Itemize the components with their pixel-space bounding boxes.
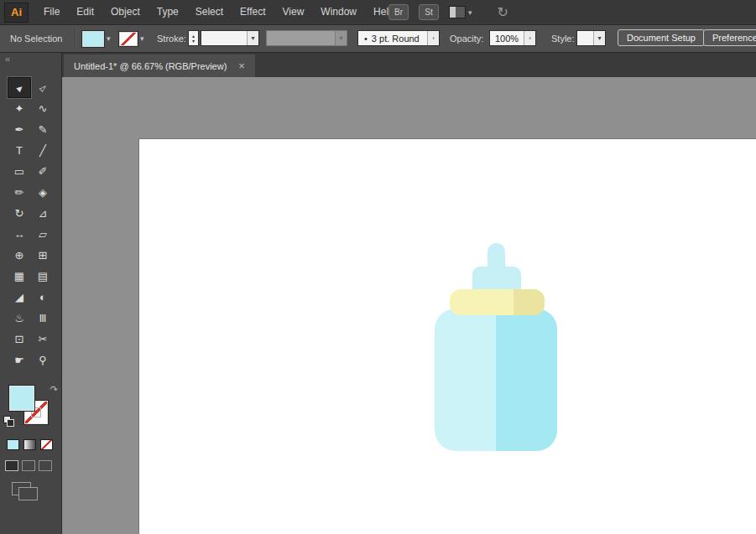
tool-pencil[interactable]: ✏ xyxy=(8,182,31,203)
workspace-switcher[interactable]: ▾ xyxy=(449,6,472,18)
control-bar: No Selection ▾ ▾ Stroke: ▴ ▾ ▾ ▾ • 3 pt.… xyxy=(0,24,756,53)
draw-normal-button[interactable] xyxy=(5,460,18,471)
chevron-right-icon[interactable]: › xyxy=(524,31,535,45)
menu-window[interactable]: Window xyxy=(312,0,365,24)
stroke-label: Stroke: xyxy=(157,34,186,44)
selection-status: No Selection xyxy=(10,34,62,44)
chevron-down-icon: ▾ xyxy=(468,8,472,17)
tool-column-graph[interactable]: Ⅲ xyxy=(31,308,55,329)
line-segment-icon: ╱ xyxy=(39,144,46,157)
chevron-down-icon[interactable]: ▾ xyxy=(593,31,605,45)
tool-line-segment[interactable]: ╱ xyxy=(31,140,55,161)
bridge-button[interactable]: Br xyxy=(388,4,409,20)
menu-bar: Ai File Edit Object Type Select Effect V… xyxy=(0,0,756,25)
none-button[interactable] xyxy=(40,439,53,450)
tool-slice[interactable]: ✂ xyxy=(31,329,55,350)
opacity-value: 100% xyxy=(495,34,519,44)
tool-gradient[interactable]: ▤ xyxy=(31,266,55,287)
tool-pen[interactable]: ✒ xyxy=(8,119,31,140)
brush-preview-icon: • xyxy=(364,34,368,44)
drawing-mode-buttons xyxy=(5,460,52,471)
pencil-icon: ✏ xyxy=(15,186,24,199)
tool-eraser[interactable]: ◈ xyxy=(31,182,55,203)
tool-direct-selection[interactable]: ▻ xyxy=(31,77,55,98)
chevron-down-icon: ▾ xyxy=(335,31,347,45)
stepper-down-icon[interactable]: ▾ xyxy=(192,39,195,44)
type-icon: T xyxy=(16,144,23,157)
fill-color-swatch[interactable] xyxy=(82,31,104,47)
tool-magic-wand[interactable]: ✦ xyxy=(8,98,31,119)
tool-perspective-grid[interactable]: ⊞ xyxy=(31,245,55,266)
menu-bar-right: Br St ▾ ↻ xyxy=(388,0,508,24)
bottle-body-shadow[interactable] xyxy=(496,308,557,451)
gradient-button[interactable] xyxy=(23,439,36,450)
draw-behind-button[interactable] xyxy=(22,460,35,471)
preferences-button[interactable]: Preferences xyxy=(703,29,756,46)
menu-select[interactable]: Select xyxy=(187,0,232,24)
color-button[interactable] xyxy=(7,439,19,450)
chevron-down-icon[interactable]: ▾ xyxy=(140,34,144,43)
canvas-area[interactable] xyxy=(62,77,756,534)
tool-selection[interactable]: ► xyxy=(8,77,31,98)
opacity-field[interactable]: 100% › xyxy=(489,30,536,46)
fill-indicator-swatch[interactable] xyxy=(9,386,34,411)
tool-zoom[interactable]: ⚲ xyxy=(31,350,55,371)
stock-button[interactable]: St xyxy=(419,4,439,20)
tool-type[interactable]: T xyxy=(8,140,31,161)
illustrator-window: { "menu_bar": { "logo_label": "Ai", "ite… xyxy=(0,0,756,534)
menu-view[interactable]: View xyxy=(274,0,313,24)
blend-icon: ◐ xyxy=(39,291,46,303)
document-tab[interactable]: Untitled-1* @ 66.67% (RGB/Preview) × xyxy=(64,54,255,77)
chevron-right-icon[interactable]: › xyxy=(427,31,439,45)
chevron-down-icon[interactable]: ▾ xyxy=(107,34,111,43)
tool-symbol-sprayer[interactable]: ♨ xyxy=(8,308,31,329)
tool-width[interactable]: ↔ xyxy=(8,224,31,245)
eyedropper-icon: ◢ xyxy=(15,291,23,303)
tool-rotate[interactable]: ↻ xyxy=(8,203,31,224)
menu-type[interactable]: Type xyxy=(149,0,187,24)
stroke-weight-field[interactable]: ▾ xyxy=(201,30,259,46)
tool-scale[interactable]: ⊿ xyxy=(31,203,55,224)
symbol-sprayer-icon: ♨ xyxy=(14,312,24,324)
draw-inside-button[interactable] xyxy=(39,460,52,471)
rectangle-icon: ▭ xyxy=(14,165,24,178)
curvature-icon: ✎ xyxy=(39,123,48,136)
tool-artboard[interactable]: ⊡ xyxy=(8,329,31,350)
default-fill-stroke-icon[interactable] xyxy=(3,416,14,427)
collapse-panel-icon[interactable]: « xyxy=(5,54,10,64)
swap-fill-stroke-icon[interactable]: ↷ xyxy=(50,384,58,395)
close-icon[interactable]: × xyxy=(238,60,245,71)
direct-selection-icon: ▻ xyxy=(37,81,50,94)
tool-paintbrush[interactable]: ✐ xyxy=(31,161,55,182)
mesh-icon: ▦ xyxy=(14,270,24,283)
tool-lasso[interactable]: ∿ xyxy=(31,98,55,119)
document-setup-button[interactable]: Document Setup xyxy=(618,29,705,46)
menu-file[interactable]: File xyxy=(35,0,68,24)
workspace-layout-icon xyxy=(449,6,466,18)
bottle-cap-shadow[interactable] xyxy=(514,289,545,315)
tool-hand[interactable]: ☛ xyxy=(8,350,31,371)
perspective-grid-icon: ⊞ xyxy=(39,249,48,262)
menu-object[interactable]: Object xyxy=(102,0,149,24)
menu-edit[interactable]: Edit xyxy=(68,0,102,24)
tools-grid: ►▻✦∿✒✎T╱▭✐✏◈↻⊿↔▱⊕⊞▦▤◢◐♨Ⅲ⊡✂☛⚲ xyxy=(8,77,55,371)
tool-blend[interactable]: ◐ xyxy=(31,287,55,308)
menu-list: File Edit Object Type Select Effect View… xyxy=(35,0,403,24)
selection-icon: ► xyxy=(13,80,26,94)
tool-curvature[interactable]: ✎ xyxy=(31,119,55,140)
brush-definition-dropdown[interactable]: • 3 pt. Round › xyxy=(357,30,440,46)
tool-shape-builder[interactable]: ⊕ xyxy=(8,245,31,266)
tool-mesh[interactable]: ▦ xyxy=(8,266,31,287)
tool-eyedropper[interactable]: ◢ xyxy=(8,287,31,308)
tool-rectangle[interactable]: ▭ xyxy=(8,161,31,182)
artwork-baby-bottle[interactable] xyxy=(62,77,756,534)
screen-mode-button[interactable] xyxy=(12,482,31,495)
stroke-weight-stepper[interactable]: ▴ ▾ xyxy=(188,30,199,46)
style-dropdown[interactable]: ▾ xyxy=(576,30,606,46)
menu-effect[interactable]: Effect xyxy=(232,0,274,24)
stroke-color-swatch[interactable] xyxy=(119,32,138,46)
tool-free-transform[interactable]: ▱ xyxy=(31,224,55,245)
shape-builder-icon: ⊕ xyxy=(15,249,24,262)
chevron-down-icon[interactable]: ▾ xyxy=(247,31,258,45)
sync-icon[interactable]: ↻ xyxy=(498,4,508,20)
